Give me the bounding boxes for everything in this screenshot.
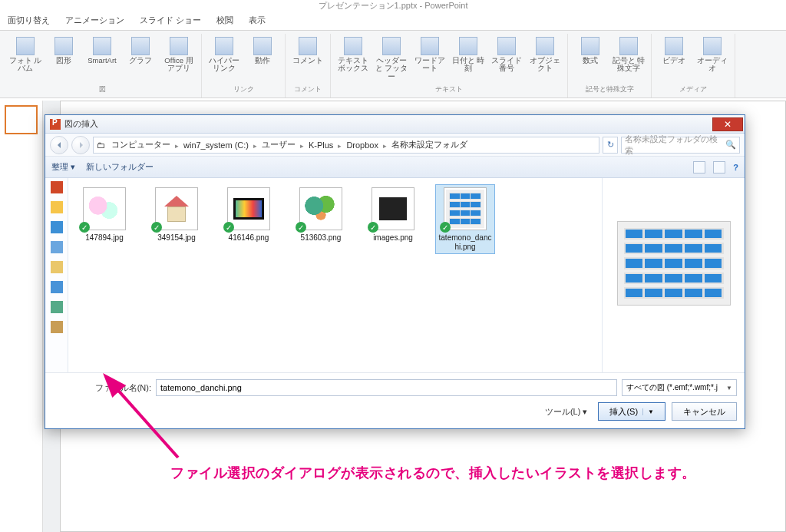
breadcrumb-item[interactable]: Dropbox — [344, 140, 381, 150]
file-item[interactable]: ✓147894.jpg — [74, 184, 134, 246]
desktop-icon[interactable] — [51, 221, 63, 233]
annotation-text: ファイル選択のダイアログが表示されるので、挿入したいイラストを選択します。 — [170, 464, 696, 482]
file-item[interactable]: ✓images.png — [363, 184, 423, 246]
ribbon-button-label: 記号と 特殊文字 — [611, 57, 646, 73]
ribbon-slidenum-icon[interactable]: スライド番号 — [489, 34, 524, 73]
breadcrumb-item[interactable]: 名称未設定フォルダ — [389, 139, 470, 150]
action-icon — [253, 37, 272, 55]
tab-transitions[interactable]: 面切り替え — [5, 12, 53, 30]
file-thumbnail: ✓ — [444, 187, 487, 230]
tab-slideshow[interactable]: スライド ショー — [137, 12, 204, 30]
breadcrumb-item[interactable]: win7_system (C:) — [181, 140, 251, 150]
star-icon[interactable] — [51, 201, 63, 213]
chevron-down-icon: ▼ — [726, 385, 732, 392]
ribbon-button-label: ビデオ — [662, 57, 685, 64]
chart-icon — [131, 37, 150, 55]
dialog-close-button[interactable]: ✕ — [712, 117, 743, 131]
ribbon-button-label: テキスト ボックス — [335, 57, 371, 73]
photo-album-icon — [16, 37, 35, 55]
dialog-footer: ファイル名(N): すべての図 (*.emf;*.wmf;*.j ▼ ツール(L… — [45, 372, 745, 428]
file-thumbnail: ✓ — [83, 187, 126, 230]
new-folder-button[interactable]: 新しいフォルダー — [86, 161, 154, 173]
tab-animations[interactable]: アニメーション — [62, 12, 127, 30]
preview-pane-button[interactable] — [713, 161, 725, 173]
powerpoint-small-icon — [51, 181, 63, 193]
ribbon-hyperlink-icon[interactable]: ハイパーリンク — [206, 34, 242, 73]
ribbon-button-label: ヘッダーと フッター — [374, 57, 409, 81]
nav-back-button[interactable] — [50, 136, 68, 154]
slidenum-icon — [497, 37, 516, 55]
computer-icon[interactable] — [51, 301, 63, 313]
thumbnail-art — [446, 190, 484, 228]
preview-pane — [602, 178, 745, 372]
ribbon-group-name: 記号と特殊文字 — [586, 83, 634, 96]
ribbon-photo-album-icon[interactable]: フォト ルバム — [8, 34, 43, 73]
libraries-icon[interactable] — [51, 261, 63, 273]
breadcrumb-separator — [299, 140, 305, 150]
ribbon-chart-icon[interactable]: グラフ — [123, 34, 158, 64]
sync-check-icon: ✓ — [223, 222, 234, 233]
tab-view[interactable]: 表示 — [246, 12, 269, 30]
file-item[interactable]: ✓416146.png — [219, 184, 279, 246]
ribbon-audio-icon[interactable]: オーディオ — [695, 34, 730, 73]
file-name: 147894.jpg — [85, 233, 124, 243]
file-item[interactable]: ✓349154.jpg — [147, 184, 206, 246]
ribbon-button-label: ワードアート — [412, 57, 447, 73]
ribbon-smartart-icon[interactable]: SmartArt — [84, 34, 120, 64]
ribbon-button-label: フォト ルバム — [8, 57, 43, 73]
ribbon-shapes-icon[interactable]: 図形 — [46, 34, 81, 64]
ribbon-video-icon[interactable]: ビデオ — [656, 34, 692, 64]
ribbon-datetime-icon[interactable]: 日付と 時刻 — [451, 34, 486, 73]
insert-button[interactable]: 挿入(S) ▼ — [598, 402, 665, 421]
dialog-body: ✓147894.jpg✓349154.jpg✓416146.png✓513603… — [45, 178, 745, 372]
breadcrumb-item[interactable]: ユーザー — [259, 139, 298, 150]
tab-review[interactable]: 校閲 — [213, 12, 236, 30]
help-icon[interactable]: ? — [733, 163, 738, 172]
apps-icon — [170, 37, 188, 55]
cancel-button[interactable]: キャンセル — [672, 402, 737, 421]
ribbon-button-label: オーディオ — [695, 57, 730, 73]
file-item[interactable]: ✓513603.png — [291, 184, 351, 246]
ribbon-group-name: 図 — [99, 83, 106, 96]
ribbon-button-label: グラフ — [129, 57, 152, 64]
ribbon-group-name: コメント — [294, 83, 322, 96]
refresh-button[interactable]: ↻ — [603, 137, 618, 154]
sync-check-icon: ✓ — [368, 222, 378, 233]
ribbon-wordart-icon[interactable]: ワードアート — [412, 34, 447, 73]
filename-input[interactable] — [156, 379, 617, 396]
nav-forward-button[interactable] — [71, 136, 90, 154]
organize-button[interactable]: 整理 ▾ — [51, 161, 75, 173]
ribbon-action-icon[interactable]: 動作 — [245, 34, 280, 64]
slide-thumb-1[interactable] — [5, 105, 38, 134]
file-item[interactable]: ✓tatemono_danchi.png — [435, 184, 495, 254]
ribbon-header-footer-icon[interactable]: ヘッダーと フッター — [374, 34, 409, 81]
ribbon-comment-icon[interactable]: コメント — [290, 34, 325, 64]
breadcrumb[interactable]: 🗀コンピューターwin7_system (C:)ユーザーK-PlusDropbo… — [93, 137, 599, 154]
smartart-icon — [93, 37, 111, 55]
view-mode-button[interactable] — [693, 161, 705, 173]
ribbon-button-label: 日付と 時刻 — [451, 57, 486, 73]
sync-check-icon: ✓ — [79, 222, 90, 233]
ribbon-apps-icon[interactable]: Office 用 アプリ — [161, 34, 196, 73]
breadcrumb-item[interactable]: K-Plus — [306, 140, 335, 150]
breadcrumb-item[interactable]: コンピューター — [109, 139, 173, 150]
network-icon[interactable] — [51, 321, 63, 333]
ribbon-object-icon[interactable]: オブジェクト — [527, 34, 563, 73]
file-filter-dropdown[interactable]: すべての図 (*.emf;*.wmf;*.j ▼ — [622, 379, 737, 396]
ribbon-group: コメントコメント — [286, 34, 331, 97]
downloads-icon[interactable] — [51, 241, 63, 253]
file-filter-label: すべての図 (*.emf;*.wmf;*.j — [626, 382, 718, 393]
filename-label: ファイル名(N): — [53, 382, 151, 394]
file-name: 349154.jpg — [157, 233, 196, 243]
folder-icon[interactable] — [51, 281, 63, 293]
ribbon-equation-icon[interactable]: 数式 — [573, 34, 608, 64]
breadcrumb-separator — [253, 140, 258, 150]
tools-dropdown[interactable]: ツール(L) ▾ — [545, 406, 588, 418]
preview-image — [617, 221, 731, 306]
sync-check-icon: ✓ — [440, 222, 451, 233]
app-title: プレゼンテーション1.pptx - PowerPoint — [319, 1, 468, 10]
ribbon-textbox-icon[interactable]: テキスト ボックス — [335, 34, 371, 73]
ribbon-symbol-icon[interactable]: 記号と 特殊文字 — [611, 34, 646, 73]
file-thumbnail: ✓ — [227, 187, 270, 230]
search-input[interactable]: 名称未設定フォルダの検索 🔍 — [621, 137, 740, 154]
